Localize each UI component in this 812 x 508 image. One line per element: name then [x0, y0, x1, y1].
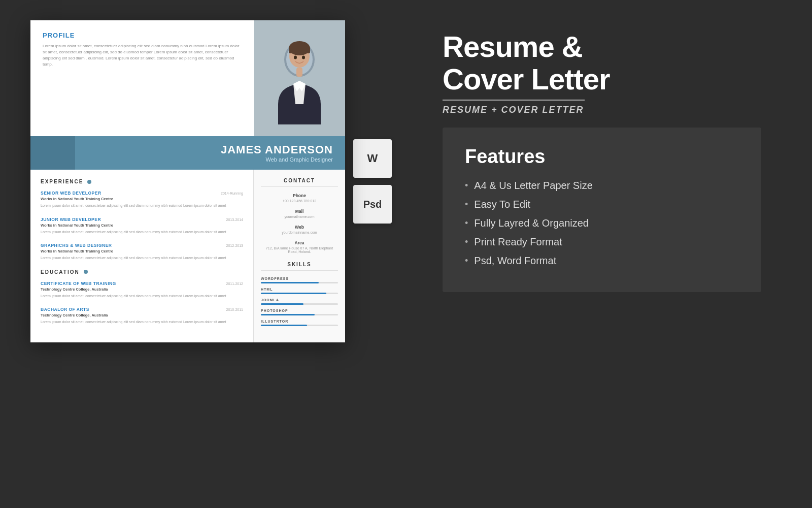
- profile-section: PROFILE Lorem ipsum dolor sit amet, cons…: [30, 20, 254, 137]
- feature-item-4: • Print Ready Format: [465, 236, 739, 248]
- skill-5: ILLUSTRTOR: [261, 320, 338, 326]
- resume-wrapper: PROFILE Lorem ipsum dolor sit amet, cons…: [30, 20, 392, 342]
- education-heading: EDUCATION: [41, 269, 243, 275]
- skill-1: WORDPRESS: [261, 277, 338, 283]
- edu-desc-1: Lorem ipsum dolor sit amet, consectetuer…: [41, 294, 243, 299]
- psd-format-icon: Psd: [353, 185, 392, 224]
- job-date-2: 2013-2014: [226, 218, 243, 221]
- skill-name-4: PHOTOSHOP: [261, 309, 338, 312]
- format-icons-column: W Psd: [353, 139, 392, 224]
- feature-item-3: • Fully Layred & Organized: [465, 217, 739, 229]
- contact-web-value: yourdomainname.com: [261, 231, 338, 234]
- name-banner-wrapper: JAMES ANDERSON Web and Graphic Designer: [30, 136, 345, 170]
- word-icon-label: W: [367, 152, 378, 165]
- job-desc-2: Lorem ipsum dolor sit amet, consectetuer…: [41, 230, 243, 235]
- skills-section: SKILLS WORDPRESS HTML: [261, 262, 338, 326]
- edu-entry-1: CERTIFICATE OF WEB TRAINING 2011-2012 Te…: [41, 281, 243, 299]
- photo-area: [254, 20, 345, 137]
- contact-web: Web yourdomainname.com: [261, 225, 338, 234]
- edu-date-1: 2011-2012: [226, 282, 243, 285]
- experience-heading: EXPERIENCE: [41, 179, 243, 184]
- svg-point-7: [302, 56, 305, 59]
- contact-phone-value: +00 123 456 789 012: [261, 199, 338, 203]
- features-box: Features • A4 & Us Letter Paper Size • E…: [443, 128, 761, 292]
- feature-text-2: Easy To Edit: [474, 199, 530, 210]
- skill-bar-fill-2: [261, 293, 326, 294]
- job-company-1: Works in National Youth Training Centre: [41, 197, 243, 201]
- product-title-block: Resume & Cover Letter RESUME + COVER LET…: [443, 30, 761, 115]
- contact-phone-label: Phone: [261, 193, 338, 198]
- title-line1: Resume &: [443, 30, 583, 63]
- education-dot: [84, 270, 88, 274]
- skill-4: PHOTOSHOP: [261, 309, 338, 315]
- contact-mail-value: yourmailname.com: [261, 215, 338, 218]
- skill-bar-fill-1: [261, 282, 319, 283]
- job-date-3: 2012-2013: [226, 244, 243, 247]
- contact-mail: Mail yourmailname.com: [261, 209, 338, 218]
- skill-name-2: HTML: [261, 288, 338, 291]
- skill-bar-fill-5: [261, 325, 307, 326]
- edu-desc-2: Lorem ipsum dolor sit amet, consectetuer…: [41, 320, 243, 325]
- profile-heading: PROFILE: [43, 31, 242, 39]
- job-entry-1: SENIOR WEB DEVELOPER 2014-Running Works …: [41, 190, 243, 209]
- feature-text-1: A4 & Us Letter Paper Size: [474, 180, 592, 192]
- skill-name-5: ILLUSTRTOR: [261, 320, 338, 323]
- banner-left: [30, 136, 75, 170]
- name-banner: JAMES ANDERSON Web and Graphic Designer: [30, 136, 345, 170]
- job-company-3: Works in National Youth Training Centre: [41, 249, 243, 253]
- edu-company-1: Technology Centre College, Australia: [41, 287, 243, 292]
- job-title-1: SENIOR WEB DEVELOPER: [41, 190, 101, 196]
- resume-preview: PROFILE Lorem ipsum dolor sit amet, cons…: [30, 20, 345, 342]
- bullet-1: •: [465, 180, 468, 191]
- edu-company-2: Technology Centre College, Australia: [41, 313, 243, 318]
- skill-bar-bg-1: [261, 282, 338, 283]
- person-job-title: Web and Graphic Designer: [266, 156, 333, 163]
- skill-bar-bg-3: [261, 303, 338, 305]
- job-desc-3: Lorem ipsum dolor sit amet, consectetuer…: [41, 256, 243, 261]
- word-format-icon: W: [353, 139, 392, 178]
- feature-text-4: Print Ready Format: [474, 236, 562, 248]
- main-container: PROFILE Lorem ipsum dolor sit amet, cons…: [30, 20, 782, 488]
- job-title-3: GRAPHICHS & WEB DESIGNER: [41, 243, 112, 248]
- experience-dot: [87, 180, 91, 184]
- product-title: Resume & Cover Letter: [443, 30, 761, 96]
- skill-name-1: WORDPRESS: [261, 277, 338, 280]
- bullet-3: •: [465, 218, 468, 229]
- resume-right-column: CONTACT Phone +00 123 456 789 012 Mail y…: [254, 170, 345, 342]
- edu-title-1: CERTIFICATE OF WEB TRAINING: [41, 281, 116, 286]
- job-entry-3: GRAPHICHS & WEB DESIGNER 2012-2013 Works…: [41, 243, 243, 261]
- feature-item-2: • Easy To Edit: [465, 199, 739, 210]
- job-company-2: Works in National Youth Training Centre: [41, 223, 243, 228]
- title-line2: Cover Letter: [443, 62, 610, 96]
- job-date-1: 2014-Running: [221, 192, 243, 195]
- skill-name-3: JOOMLA: [261, 298, 338, 302]
- job-header-2: JUNIOR WEB DEVELOPER 2013-2014: [41, 217, 243, 222]
- feature-item-1: • A4 & Us Letter Paper Size: [465, 180, 739, 192]
- contact-area-value: 712, B/A lame House 67 A, North Elephant…: [261, 246, 338, 253]
- job-title-2: JUNIOR WEB DEVELOPER: [41, 217, 101, 222]
- contact-mail-label: Mail: [261, 209, 338, 214]
- bullet-4: •: [465, 237, 468, 247]
- svg-rect-4: [289, 47, 310, 53]
- resume-top: PROFILE Lorem ipsum dolor sit amet, cons…: [30, 20, 345, 137]
- feature-item-5: • Psd, Word Format: [465, 255, 739, 267]
- job-header-1: SENIOR WEB DEVELOPER 2014-Running: [41, 190, 243, 196]
- skill-bar-bg-4: [261, 314, 338, 315]
- skill-bar-bg-2: [261, 293, 338, 294]
- profile-text: Lorem ipsum dolor sit amet, consectetuer…: [43, 43, 242, 68]
- job-desc-1: Lorem ipsum dolor sit amet, consectetuer…: [41, 203, 243, 209]
- right-panel: Resume & Cover Letter RESUME + COVER LET…: [422, 20, 782, 302]
- psd-icon-label: Psd: [363, 199, 382, 210]
- svg-rect-5: [296, 68, 302, 77]
- resume-left-column: EXPERIENCE SENIOR WEB DEVELOPER 2014-Run…: [30, 170, 254, 342]
- person-name: JAMES ANDERSON: [221, 143, 333, 156]
- feature-text-3: Fully Layred & Organized: [474, 217, 589, 229]
- skill-3: JOOMLA: [261, 298, 338, 305]
- feature-text-5: Psd, Word Format: [474, 255, 556, 267]
- edu-header-1: CERTIFICATE OF WEB TRAINING 2011-2012: [41, 281, 243, 286]
- name-banner-inner: JAMES ANDERSON Web and Graphic Designer: [43, 143, 333, 163]
- resume-body: EXPERIENCE SENIOR WEB DEVELOPER 2014-Run…: [30, 170, 345, 342]
- job-header-3: GRAPHICHS & WEB DESIGNER 2012-2013: [41, 243, 243, 248]
- contact-area-label: Area: [261, 240, 338, 245]
- contact-web-label: Web: [261, 225, 338, 230]
